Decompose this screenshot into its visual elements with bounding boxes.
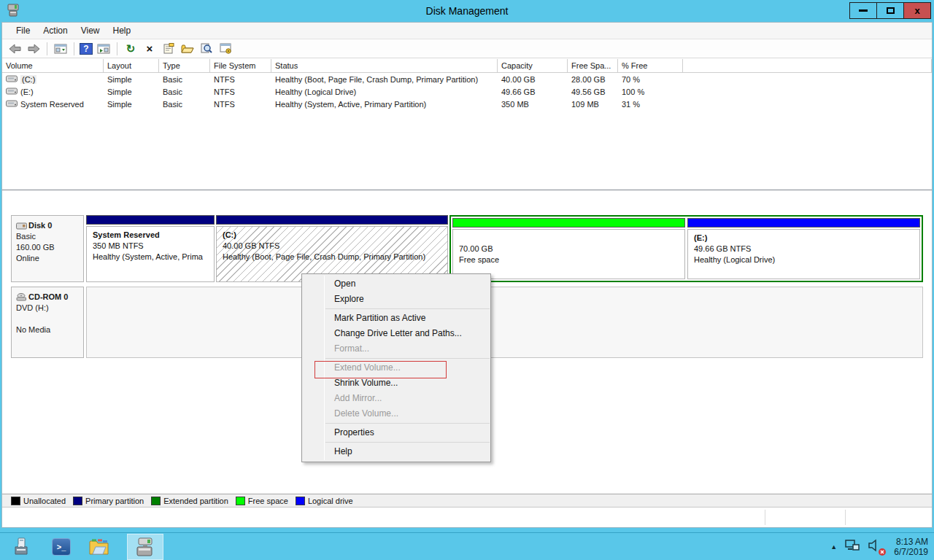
maximize-button[interactable] bbox=[876, 2, 904, 19]
minimize-button[interactable] bbox=[849, 2, 877, 19]
network-icon[interactable] bbox=[844, 539, 860, 555]
partition-size: 350 MB NTFS bbox=[93, 241, 214, 252]
free-space-swatch bbox=[236, 497, 245, 505]
volume-status: Healthy (Logical Drive) bbox=[271, 88, 498, 96]
menu-item-open[interactable]: Open bbox=[302, 276, 490, 292]
menu-item-help[interactable]: Help bbox=[302, 444, 490, 459]
menu-action[interactable]: Action bbox=[36, 24, 74, 37]
menu-item-shrink-volume[interactable]: Shrink Volume... bbox=[302, 376, 490, 391]
volume-layout: Simple bbox=[104, 88, 159, 96]
status-divider bbox=[765, 510, 765, 525]
volume-list-pane: Volume Layout Type File System Status Ca… bbox=[2, 59, 932, 190]
volume-row-c[interactable]: (C:) Simple Basic NTFS Healthy (Boot, Pa… bbox=[2, 73, 932, 85]
disk0-row: Disk 0 Basic 160.00 GB Online System Res… bbox=[11, 215, 923, 282]
cdrom-empty-region[interactable] bbox=[86, 287, 923, 358]
refresh-icon[interactable]: ↻ bbox=[123, 42, 139, 56]
volume-type: Basic bbox=[159, 100, 210, 109]
toolbar: ? ↻ × bbox=[2, 39, 932, 58]
menu-item-properties[interactable]: Properties bbox=[302, 425, 490, 440]
column-header-volume[interactable]: Volume bbox=[2, 59, 104, 72]
partition-c[interactable]: (C:) 40.00 GB NTFS Healthy (Boot, Page F… bbox=[216, 215, 448, 282]
column-header-filesystem[interactable]: File System bbox=[210, 59, 271, 72]
menu-item-format: Format... bbox=[302, 341, 490, 357]
volume-filesystem: NTFS bbox=[210, 100, 271, 109]
powershell-taskbar-icon[interactable]: >_ bbox=[47, 534, 76, 560]
menu-item-extend-volume: Extend Volume... bbox=[302, 360, 490, 376]
show-hidden-icons-chevron[interactable]: ▲ bbox=[830, 543, 837, 551]
volume-status: Healthy (Boot, Page File, Crash Dump, Pr… bbox=[271, 75, 498, 84]
column-header-capacity[interactable]: Capacity bbox=[498, 59, 568, 72]
taskbar: >_ ▲ 8:13 AM 6/7/2019 bbox=[0, 532, 934, 560]
column-header-freespace[interactable]: Free Spa... bbox=[568, 59, 618, 72]
volume-name: (E:) bbox=[20, 88, 34, 96]
console-tree-icon[interactable] bbox=[53, 42, 69, 56]
menu-help[interactable]: Help bbox=[107, 24, 138, 37]
column-header-type[interactable]: Type bbox=[159, 59, 210, 72]
close-button[interactable]: x bbox=[903, 2, 931, 19]
powershell-glyph: >_ bbox=[57, 542, 66, 551]
partition-title: (E:) bbox=[694, 233, 919, 244]
server-manager-taskbar-icon[interactable] bbox=[9, 534, 38, 560]
open-folder-icon[interactable] bbox=[180, 42, 196, 56]
legend-logical-drive: Logical drive bbox=[296, 497, 353, 505]
disk0-info-panel[interactable]: Disk 0 Basic 160.00 GB Online bbox=[11, 215, 84, 282]
drive-icon bbox=[6, 88, 18, 96]
extended-partition-swatch bbox=[151, 497, 161, 505]
column-header-status[interactable]: Status bbox=[271, 59, 498, 72]
cdrom-icon bbox=[16, 293, 27, 301]
partition-status: Healthy (Logical Drive) bbox=[694, 254, 919, 265]
volume-filesystem: NTFS bbox=[210, 75, 271, 84]
forward-icon[interactable] bbox=[26, 42, 42, 56]
free-space-size: 70.00 GB bbox=[459, 244, 684, 254]
title-bar[interactable]: Disk Management x bbox=[0, 0, 934, 22]
delete-icon[interactable]: × bbox=[142, 42, 158, 56]
volume-row-system-reserved[interactable]: System Reserved Simple Basic NTFS Health… bbox=[2, 98, 932, 110]
partition-size: 40.00 GB NTFS bbox=[223, 241, 447, 252]
partition-e[interactable]: (E:) 49.66 GB NTFS Healthy (Logical Driv… bbox=[687, 218, 920, 279]
volume-filesystem: NTFS bbox=[210, 88, 271, 96]
partition-status: Healthy (Boot, Page File, Crash Dump, Pr… bbox=[223, 252, 447, 262]
help-icon[interactable]: ? bbox=[80, 43, 93, 55]
menu-item-explore[interactable]: Explore bbox=[302, 292, 490, 307]
volume-muted-icon[interactable] bbox=[868, 539, 884, 555]
extended-partition-container: 70.00 GB Free space (E:) 49.66 GB NTFS H… bbox=[449, 215, 923, 282]
volume-status: Healthy (System, Active, Primary Partiti… bbox=[271, 100, 498, 109]
taskbar-clock[interactable]: 8:13 AM 6/7/2019 bbox=[891, 537, 928, 557]
menu-item-change-drive-letter[interactable]: Change Drive Letter and Paths... bbox=[302, 326, 490, 341]
column-header-pctfree[interactable]: % Free bbox=[618, 59, 683, 72]
partition-system-reserved[interactable]: System Reserved 350 MB NTFS Healthy (Sys… bbox=[86, 215, 215, 282]
volume-name: (C:) bbox=[20, 75, 36, 84]
volume-pctfree: 70 % bbox=[618, 75, 683, 84]
menu-view[interactable]: View bbox=[74, 24, 107, 37]
clock-date: 6/7/2019 bbox=[894, 547, 928, 557]
volume-free: 109 MB bbox=[568, 100, 618, 109]
status-divider bbox=[845, 510, 846, 525]
console-settings-icon[interactable] bbox=[217, 42, 234, 56]
properties-icon[interactable] bbox=[161, 42, 177, 56]
cdrom-media-status: No Media bbox=[16, 324, 80, 335]
partition-title: (C:) bbox=[223, 230, 447, 241]
back-icon[interactable] bbox=[7, 42, 23, 56]
volume-row-e[interactable]: (E:) Simple Basic NTFS Healthy (Logical … bbox=[2, 85, 932, 98]
cdrom-drive-letter: DVD (H:) bbox=[16, 303, 80, 314]
maximize-icon bbox=[887, 7, 895, 14]
menu-item-mark-partition-active[interactable]: Mark Partition as Active bbox=[302, 311, 490, 326]
find-icon[interactable] bbox=[198, 42, 215, 56]
action-pane-icon[interactable] bbox=[96, 42, 112, 56]
column-header-filler bbox=[683, 59, 932, 72]
free-space-region[interactable]: 70.00 GB Free space bbox=[452, 218, 685, 279]
logical-drive-bar bbox=[687, 218, 920, 228]
disk-management-app-icon bbox=[6, 3, 20, 20]
menu-file[interactable]: File bbox=[9, 24, 36, 37]
column-header-layout[interactable]: Layout bbox=[104, 59, 159, 72]
volume-name: System Reserved bbox=[20, 100, 84, 109]
cdrom-name: CD-ROM 0 bbox=[28, 292, 68, 303]
toolbar-separator bbox=[74, 42, 74, 55]
cdrom-info-panel[interactable]: CD-ROM 0 DVD (H:) No Media bbox=[11, 287, 84, 358]
primary-partition-swatch bbox=[73, 497, 82, 505]
volume-capacity: 49.66 GB bbox=[498, 88, 568, 96]
disk-management-taskbar-icon[interactable] bbox=[127, 534, 163, 560]
file-explorer-taskbar-icon[interactable] bbox=[85, 534, 114, 560]
disk-management-window: Disk Management x File Action View Help bbox=[0, 0, 934, 532]
legend-extended-partition: Extended partition bbox=[151, 497, 228, 505]
